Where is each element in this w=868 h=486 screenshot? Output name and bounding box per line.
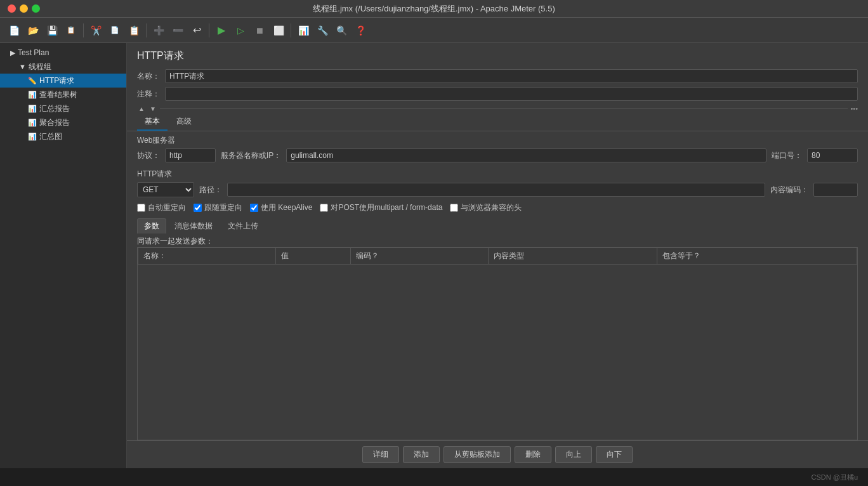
name-row: 名称：: [137, 69, 858, 83]
item-icon: 📊: [28, 105, 37, 113]
log-button[interactable]: 📊: [294, 22, 312, 39]
method-select[interactable]: GET POST PUT DELETE: [137, 182, 194, 197]
checkbox-browser-compatible[interactable]: 与浏览器兼容的头: [450, 202, 522, 213]
toolbar: 📄 📂 💾 📋 ✂️ 📄 📋 ➕ ➖ ↩ ▶ ▷ ⏹ ⬜ 📊 🔧 🔍 ❓: [0, 18, 868, 43]
move-down-button[interactable]: 向下: [596, 446, 633, 463]
col-content-type: 内容类型: [489, 248, 657, 265]
multipart-label: 对POST使用multipart / form-data: [331, 202, 442, 213]
auto-redirect-checkbox[interactable]: [137, 204, 145, 212]
sep3: [209, 23, 209, 37]
save-as-button[interactable]: 📋: [62, 22, 80, 39]
expand-icon: ▶: [10, 49, 15, 57]
cut-button[interactable]: ✂️: [87, 22, 105, 39]
help-button[interactable]: ❓: [352, 22, 369, 39]
main-tabs: 基本 高级: [127, 114, 868, 131]
http-request-section: HTTP请求 GET POST PUT DELETE 路径： 内容编码：: [127, 166, 868, 200]
move-up-button[interactable]: 向上: [555, 446, 592, 463]
sep2: [146, 23, 147, 37]
sidebar-item-http-request[interactable]: ✏️ HTTP请求: [0, 74, 126, 88]
tab-basic[interactable]: 基本: [137, 114, 168, 131]
expand-icon: ▼: [19, 63, 26, 70]
shutdown-button[interactable]: ⬜: [270, 22, 287, 39]
add-button[interactable]: ➕: [150, 22, 168, 39]
close-button[interactable]: [8, 4, 16, 13]
sidebar-item-thread-group[interactable]: ▼ 线程组: [0, 60, 126, 74]
http-request-title: HTTP请求: [137, 169, 858, 180]
col-encode: 编码？: [351, 248, 489, 265]
stop-button[interactable]: ⏹: [251, 22, 268, 39]
server-row: 协议： 服务器名称或IP： 端口号：: [137, 148, 858, 162]
path-input[interactable]: [227, 183, 765, 197]
form-area: 名称： 注释：: [127, 67, 868, 103]
titlebar-buttons: [8, 4, 40, 13]
save-button[interactable]: 💾: [43, 22, 61, 39]
paste-button[interactable]: 📋: [125, 22, 143, 39]
tab-advanced[interactable]: 高级: [169, 114, 199, 131]
keep-alive-checkbox[interactable]: [250, 204, 258, 212]
sidebar-item-summary-report[interactable]: 📊 汇总图: [0, 129, 126, 143]
clear-button[interactable]: ↩: [188, 22, 206, 39]
sep1: [83, 23, 84, 37]
new-button[interactable]: 📄: [5, 22, 23, 39]
web-server-section: Web服务器 协议： 服务器名称或IP： 端口号：: [127, 131, 868, 166]
start-no-pause-button[interactable]: ▷: [232, 22, 249, 39]
port-label: 端口号：: [772, 150, 802, 161]
sidebar-item-label: 线程组: [29, 62, 51, 72]
detail-button[interactable]: 详细: [362, 446, 399, 463]
delete-param-button[interactable]: 删除: [515, 446, 551, 463]
params-subtitle: 同请求一起发送参数：: [137, 237, 213, 246]
name-input[interactable]: [165, 69, 858, 83]
encoding-input[interactable]: [813, 183, 858, 197]
path-label: 路径：: [199, 185, 222, 195]
main-layout: ▶ Test Plan ▼ 线程组 ✏️ HTTP请求 📊 查看结果树 📊 汇总…: [0, 43, 868, 468]
auto-redirect-label: 自动重定向: [148, 202, 186, 213]
maximize-button[interactable]: [32, 4, 40, 13]
sidebar-item-aggregate-report[interactable]: 📊 汇总报告: [0, 102, 126, 115]
browser-compatible-label: 与浏览器兼容的头: [461, 202, 522, 213]
server-label: 服务器名称或IP：: [221, 150, 281, 161]
checkbox-follow-redirect[interactable]: 跟随重定向: [194, 202, 242, 213]
divider-dots: •••: [850, 105, 858, 112]
params-tab-upload[interactable]: 文件上传: [221, 218, 265, 233]
comment-label: 注释：: [137, 89, 160, 100]
minimize-button[interactable]: [20, 4, 28, 13]
checkbox-auto-redirect[interactable]: 自动重定向: [137, 202, 186, 213]
sidebar-item-test-plan[interactable]: ▶ Test Plan: [0, 46, 126, 60]
multipart-checkbox[interactable]: [320, 204, 328, 212]
params-tab-body[interactable]: 消息体数据: [168, 218, 220, 233]
checkbox-keep-alive[interactable]: 使用 KeepAlive: [250, 202, 312, 213]
params-tab-params[interactable]: 参数: [137, 218, 166, 233]
params-table-area: 名称： 值 编码？ 内容类型 包含等于？: [137, 247, 858, 440]
remove-button[interactable]: ➖: [169, 22, 187, 39]
port-input[interactable]: [807, 148, 858, 162]
start-button[interactable]: ▶: [213, 22, 230, 39]
comment-input[interactable]: [165, 87, 858, 101]
col-value: 值: [275, 248, 351, 265]
sidebar-item-label: 汇总报告: [39, 103, 70, 114]
func-button[interactable]: 🔧: [313, 22, 331, 39]
sep4: [291, 23, 291, 37]
sidebar: ▶ Test Plan ▼ 线程组 ✏️ HTTP请求 📊 查看结果树 📊 汇总…: [0, 43, 127, 468]
open-button[interactable]: 📂: [24, 22, 42, 39]
paste-from-clipboard-button[interactable]: 从剪贴板添加: [444, 446, 511, 463]
page-title: HTTP请求: [137, 50, 184, 61]
table-header-row: 名称： 值 编码？ 内容类型 包含等于？: [138, 248, 857, 265]
follow-redirect-checkbox[interactable]: [194, 204, 202, 212]
col-include-equals: 包含等于？: [657, 248, 857, 265]
method-row: GET POST PUT DELETE 路径： 内容编码：: [137, 182, 858, 197]
divider-line: [160, 108, 848, 109]
sidebar-item-view-results[interactable]: 📊 查看结果树: [0, 88, 126, 102]
server-input[interactable]: [286, 148, 766, 162]
keep-alive-label: 使用 KeepAlive: [261, 202, 312, 213]
checkbox-multipart[interactable]: 对POST使用multipart / form-data: [320, 202, 442, 213]
item-icon: 📊: [28, 119, 37, 127]
add-param-button[interactable]: 添加: [403, 446, 440, 463]
browser-compatible-checkbox[interactable]: [450, 204, 458, 212]
protocol-input[interactable]: [165, 148, 216, 162]
divider-down-btn[interactable]: ▼: [148, 105, 157, 112]
sidebar-item-label: HTTP请求: [39, 76, 74, 86]
search-button[interactable]: 🔍: [332, 22, 350, 39]
sidebar-item-aggregate-graph[interactable]: 📊 聚合报告: [0, 115, 126, 129]
copy-button[interactable]: 📄: [106, 22, 124, 39]
divider-up-btn[interactable]: ▲: [137, 105, 146, 112]
